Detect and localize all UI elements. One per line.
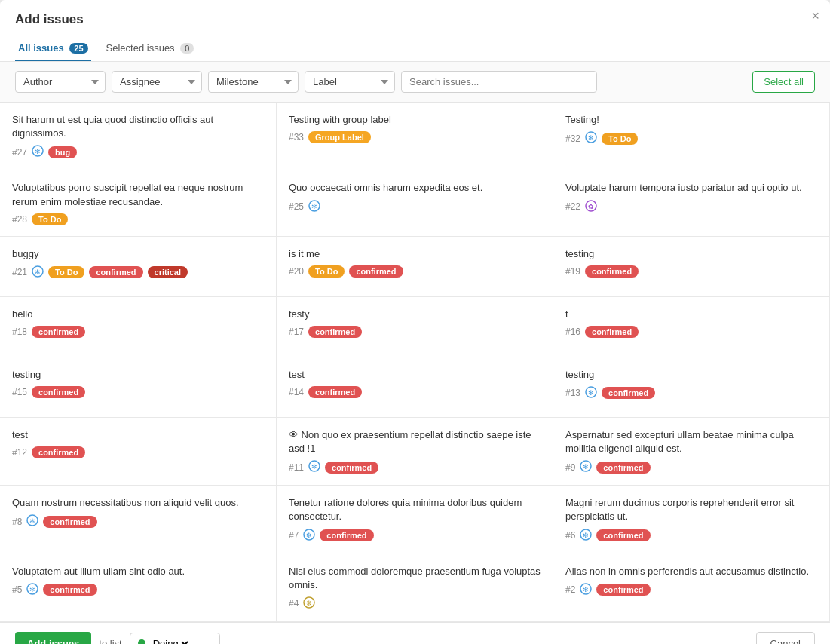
issue-number: #2 <box>565 584 575 595</box>
issue-cell[interactable]: Nisi eius commodi doloremque praesentium… <box>277 554 553 622</box>
issue-cell[interactable]: test#14confirmed <box>277 357 553 418</box>
issue-number: #4 <box>289 598 299 609</box>
issue-number: #20 <box>289 266 304 277</box>
tab-all[interactable]: All issues 25 <box>15 36 91 61</box>
cancel-button[interactable]: Cancel <box>756 632 815 644</box>
issue-avatar-icon: ✻ <box>32 265 44 280</box>
issue-cell[interactable]: Voluptatem aut illum ullam sint odio aut… <box>0 554 277 622</box>
issue-meta: #20To Doconfirmed <box>289 265 541 278</box>
issue-cell[interactable]: Magni rerum ducimus corporis reprehender… <box>553 486 830 554</box>
issue-title: Voluptatem aut illum ullam sint odio aut… <box>12 565 264 578</box>
issue-cell[interactable]: buggy#21 ✻ To Doconfirmedcritical <box>0 237 277 297</box>
issue-title: testing <box>12 368 264 382</box>
svg-text:✻: ✻ <box>583 532 589 539</box>
label-badge-todo: To Do <box>32 213 68 225</box>
issue-cell[interactable]: is it me#20To Doconfirmed <box>277 237 553 297</box>
issue-number: #22 <box>565 201 580 212</box>
issue-title: Quo occaecati omnis harum expedita eos e… <box>289 181 541 195</box>
issue-meta: #4 ❋ <box>289 596 541 611</box>
issue-cell[interactable]: test#12confirmed <box>0 418 277 486</box>
issue-cell[interactable]: Aspernatur sed excepturi ullam beatae mi… <box>553 418 830 486</box>
issue-avatar-icon: ✻ <box>26 583 38 597</box>
issue-title: t <box>565 308 817 321</box>
issue-number: #28 <box>12 214 27 225</box>
issue-cell[interactable]: testing#19confirmed <box>553 237 830 297</box>
issue-title: is it me <box>289 247 541 261</box>
issue-number: #14 <box>289 387 304 397</box>
issue-meta: #19confirmed <box>565 265 817 278</box>
issue-meta: #25 ✻ <box>289 200 541 214</box>
issue-avatar-icon: ✻ <box>303 529 315 543</box>
list-select[interactable]: Doing <box>150 637 191 644</box>
issue-title: buggy <box>12 247 264 261</box>
issue-number: #27 <box>12 147 27 158</box>
author-filter[interactable]: Author <box>15 71 106 93</box>
assignee-filter[interactable]: Assignee <box>112 71 202 93</box>
label-filter[interactable]: Label <box>305 71 395 93</box>
issue-title: Magni rerum ducimus corporis reprehender… <box>565 496 817 523</box>
issue-cell[interactable]: Testing!#32 ✻ To Do <box>553 103 830 170</box>
label-badge-todo: To Do <box>308 265 345 278</box>
svg-text:✻: ✻ <box>311 203 317 210</box>
select-all-button[interactable]: Select all <box>752 71 815 93</box>
label-badge-todo: To Do <box>602 133 638 145</box>
issue-cell[interactable]: Tenetur ratione dolores quia minima dolo… <box>277 486 553 554</box>
add-issues-button[interactable]: Add issues <box>15 632 91 644</box>
issue-title: test <box>12 428 264 442</box>
svg-text:✻: ✻ <box>588 389 594 397</box>
list-select-wrap[interactable]: Doing <box>130 633 220 644</box>
label-badge-confirmed: confirmed <box>308 386 362 398</box>
svg-text:✻: ✻ <box>583 586 589 593</box>
issue-cell[interactable]: testing#15confirmed <box>0 357 277 418</box>
issue-number: #17 <box>289 327 304 337</box>
issue-cell[interactable]: Alias non in omnis perferendis aut accus… <box>553 554 830 622</box>
svg-text:✿: ✿ <box>588 203 594 210</box>
issue-cell[interactable]: t#16confirmed <box>553 297 830 357</box>
issue-meta: #28To Do <box>12 213 264 225</box>
issue-cell[interactable]: 👁 Non quo ex praesentium repellat distin… <box>277 418 553 486</box>
label-badge-confirmed: confirmed <box>585 265 639 278</box>
issue-meta: #14confirmed <box>289 386 541 398</box>
issue-number: #13 <box>565 388 580 398</box>
svg-text:✻: ✻ <box>35 268 41 276</box>
issue-avatar-icon: ✻ <box>580 583 592 597</box>
issue-meta: #22 ✿ <box>565 200 817 214</box>
issue-cell[interactable]: Voluptate harum tempora iusto pariatur a… <box>553 170 830 236</box>
issue-title: Quam nostrum necessitatibus non aliquid … <box>12 496 264 510</box>
issue-cell[interactable]: Voluptatibus porro suscipit repellat ea … <box>0 170 277 236</box>
issue-number: #15 <box>12 387 27 397</box>
issue-number: #5 <box>12 584 22 595</box>
issues-grid: Sit harum ut est quia quod distinctio of… <box>0 103 830 622</box>
issue-title: Voluptate harum tempora iusto pariatur a… <box>565 181 817 195</box>
issue-title: Alias non in omnis perferendis aut accus… <box>565 565 817 578</box>
milestone-filter[interactable]: Milestone <box>208 71 299 93</box>
issue-title: 👁 Non quo ex praesentium repellat distin… <box>289 428 541 455</box>
issue-number: #8 <box>12 517 22 527</box>
close-button[interactable]: × <box>811 9 819 23</box>
label-badge-bug: bug <box>48 146 77 158</box>
search-input[interactable] <box>401 71 597 93</box>
issue-number: #32 <box>565 133 580 144</box>
issue-cell[interactable]: hello#18confirmed <box>0 297 277 357</box>
issue-cell[interactable]: Quo occaecati omnis harum expedita eos e… <box>277 170 553 236</box>
issue-meta: #33Group Label <box>289 131 541 143</box>
issue-cell[interactable]: testing#13 ✻ confirmed <box>553 357 830 418</box>
issue-cell[interactable]: testy#17confirmed <box>277 297 553 357</box>
filters-row: Author Assignee Milestone Label Select a… <box>0 62 830 103</box>
issue-number: #6 <box>565 530 575 541</box>
issue-cell[interactable]: Sit harum ut est quia quod distinctio of… <box>0 103 277 170</box>
issue-number: #19 <box>565 266 580 277</box>
issue-number: #12 <box>12 447 27 458</box>
tabs-container: All issues 25Selected issues 0 <box>15 36 815 61</box>
modal-footer: Add issues to list Doing Cancel <box>0 622 830 644</box>
issue-number: #25 <box>289 201 304 212</box>
issue-cell[interactable]: Quam nostrum necessitatibus non aliquid … <box>0 486 277 554</box>
issue-cell[interactable]: Testing with group label#33Group Label <box>277 103 553 170</box>
issue-number: #9 <box>565 462 575 473</box>
issue-avatar-icon: ✻ <box>580 460 592 474</box>
issue-meta: #6 ✻ confirmed <box>565 529 817 543</box>
tab-selected[interactable]: Selected issues 0 <box>103 36 198 61</box>
svg-text:✻: ✻ <box>311 463 317 471</box>
to-list-label: to list <box>99 638 121 644</box>
issue-meta: #32 ✻ To Do <box>565 131 817 146</box>
